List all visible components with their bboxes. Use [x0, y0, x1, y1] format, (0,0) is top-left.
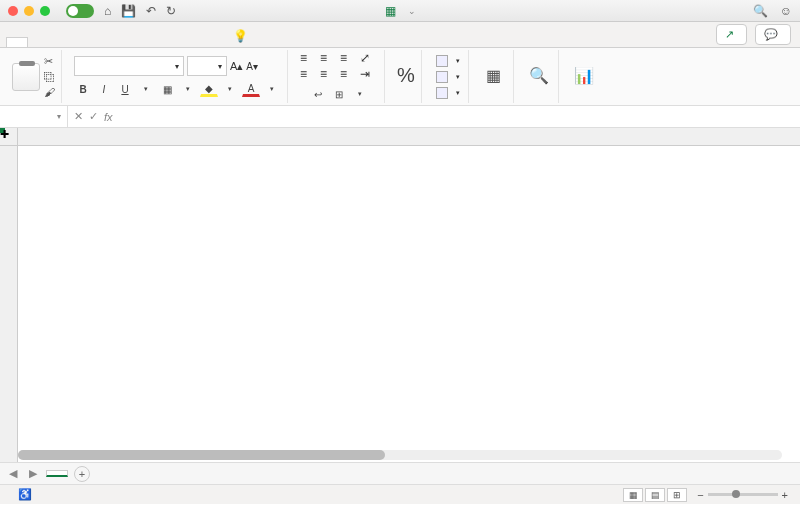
view-page-layout-icon[interactable]: ▤ — [645, 488, 665, 502]
scrollbar-thumb[interactable] — [18, 450, 385, 460]
save-icon[interactable]: 💾 — [121, 4, 136, 18]
comments-button[interactable]: 💬 — [755, 24, 791, 45]
worksheet[interactable]: ✚ — [0, 128, 800, 462]
format-as-table-button[interactable]: ▾ — [434, 70, 462, 84]
fx-confirm-icon[interactable]: ✓ — [89, 110, 98, 123]
italic-button[interactable]: I — [95, 81, 113, 97]
view-normal-icon[interactable]: ▦ — [623, 488, 643, 502]
tab-formulas[interactable] — [102, 37, 124, 47]
tab-developer[interactable] — [198, 37, 220, 47]
align-bottom-icon[interactable]: ≡ — [340, 51, 358, 65]
styles-group: ▾ ▾ ▾ — [428, 50, 469, 103]
row-headers[interactable] — [0, 146, 18, 462]
ribbon-tabs: 💡 ↗ 💬 — [0, 22, 800, 48]
conditional-formatting-button[interactable]: ▾ — [434, 54, 462, 68]
fill-more-icon[interactable]: ▾ — [221, 81, 239, 97]
copy-icon[interactable]: ⿻ — [44, 71, 55, 83]
maximize-window[interactable] — [40, 6, 50, 16]
font-color-button[interactable]: A — [242, 81, 260, 97]
fx-icon[interactable]: fx — [104, 111, 113, 123]
tab-draw[interactable] — [54, 37, 76, 47]
percent-icon[interactable]: % — [397, 64, 415, 87]
cells-group: ▦ — [475, 50, 514, 103]
select-all-corner[interactable] — [0, 128, 18, 146]
status-bar: ♿ ▦ ▤ ⊞ − + — [0, 484, 800, 504]
indent-icon[interactable]: ⇥ — [360, 67, 378, 81]
cell-grid[interactable] — [18, 146, 800, 462]
ribbon: ✂ ⿻ 🖌 ▾ ▾ A▴ A▾ B I U ▾ ▦ ▾ ◆ ▾ A ▾ ≡ — [0, 48, 800, 106]
sheet-next-icon[interactable]: ▶ — [26, 467, 40, 480]
bold-button[interactable]: B — [74, 81, 92, 97]
analyse-icon[interactable]: 📊 — [571, 63, 597, 89]
wrap-text-icon[interactable]: ↩ — [309, 86, 327, 102]
number-group: % — [391, 50, 422, 103]
tab-tell-me[interactable]: 💡 — [222, 23, 262, 47]
align-top-icon[interactable]: ≡ — [300, 51, 318, 65]
editing-icon[interactable]: 🔍 — [526, 63, 552, 89]
alignment-group: ≡ ≡ ≡ ⤢ ≡ ≡ ≡ ⇥ ↩ ⊞ ▾ — [294, 50, 385, 103]
font-name-select[interactable]: ▾ — [74, 56, 184, 76]
underline-button[interactable]: U — [116, 81, 134, 97]
align-left-icon[interactable]: ≡ — [300, 67, 318, 81]
merge-more-icon[interactable]: ▾ — [351, 86, 369, 102]
align-right-icon[interactable]: ≡ — [340, 67, 358, 81]
autosave-toggle[interactable] — [66, 4, 94, 18]
accessibility-icon[interactable]: ♿ — [18, 488, 32, 501]
redo-icon[interactable]: ↻ — [166, 4, 176, 18]
sheet-prev-icon[interactable]: ◀ — [6, 467, 20, 480]
format-painter-icon[interactable]: 🖌 — [44, 86, 55, 98]
undo-icon[interactable]: ↶ — [146, 4, 156, 18]
fx-cancel-icon[interactable]: ✕ — [74, 110, 83, 123]
document-title: ▦ ⌄ — [385, 4, 416, 18]
clipboard-group: ✂ ⿻ 🖌 — [6, 50, 62, 103]
formula-bar: ▾ ✕ ✓ fx — [0, 106, 800, 128]
merge-icon[interactable]: ⊞ — [330, 86, 348, 102]
minimize-window[interactable] — [24, 6, 34, 16]
tab-view[interactable] — [174, 37, 196, 47]
zoom-slider[interactable] — [708, 493, 778, 496]
name-box[interactable]: ▾ — [0, 106, 68, 127]
horizontal-scrollbar[interactable] — [18, 450, 782, 460]
zoom-out-button[interactable]: − — [697, 489, 703, 501]
font-group: ▾ ▾ A▴ A▾ B I U ▾ ▦ ▾ ◆ ▾ A ▾ — [68, 50, 288, 103]
formula-input[interactable] — [119, 106, 800, 127]
cut-icon[interactable]: ✂ — [44, 55, 55, 68]
align-center-icon[interactable]: ≡ — [320, 67, 338, 81]
zoom-in-button[interactable]: + — [782, 489, 788, 501]
column-headers[interactable] — [18, 128, 800, 146]
tab-home[interactable] — [6, 37, 28, 47]
titlebar: ⌂ 💾 ↶ ↻ ▦ ⌄ 🔍 ☺ — [0, 0, 800, 22]
fill-color-button[interactable]: ◆ — [200, 81, 218, 97]
window-controls — [8, 6, 50, 16]
borders-button[interactable]: ▦ — [158, 81, 176, 97]
cell-styles-button[interactable]: ▾ — [434, 86, 462, 100]
cells-icon[interactable]: ▦ — [481, 63, 507, 89]
sheet-tab-1[interactable] — [46, 470, 68, 477]
tab-page-layout[interactable] — [78, 37, 100, 47]
decrease-font-icon[interactable]: A▾ — [246, 61, 258, 72]
editing-group: 🔍 — [520, 50, 559, 103]
font-size-select[interactable]: ▾ — [187, 56, 227, 76]
borders-more-icon[interactable]: ▾ — [179, 81, 197, 97]
tab-insert[interactable] — [30, 37, 52, 47]
tab-review[interactable] — [150, 37, 172, 47]
account-icon[interactable]: ☺ — [780, 4, 792, 18]
underline-more-icon[interactable]: ▾ — [137, 81, 155, 97]
orientation-icon[interactable]: ⤢ — [360, 51, 378, 65]
tab-data[interactable] — [126, 37, 148, 47]
excel-icon: ▦ — [385, 4, 396, 18]
align-middle-icon[interactable]: ≡ — [320, 51, 338, 65]
sheet-tab-bar: ◀ ▶ + — [0, 462, 800, 484]
share-button[interactable]: ↗ — [716, 24, 747, 45]
view-page-break-icon[interactable]: ⊞ — [667, 488, 687, 502]
increase-font-icon[interactable]: A▴ — [230, 60, 243, 73]
search-icon[interactable]: 🔍 — [753, 4, 768, 18]
font-color-more-icon[interactable]: ▾ — [263, 81, 281, 97]
analyse-group: 📊 — [565, 50, 603, 103]
home-icon[interactable]: ⌂ — [104, 4, 111, 18]
title-chevron-icon[interactable]: ⌄ — [408, 6, 416, 16]
add-sheet-button[interactable]: + — [74, 466, 90, 482]
paste-icon[interactable] — [12, 63, 40, 91]
close-window[interactable] — [8, 6, 18, 16]
